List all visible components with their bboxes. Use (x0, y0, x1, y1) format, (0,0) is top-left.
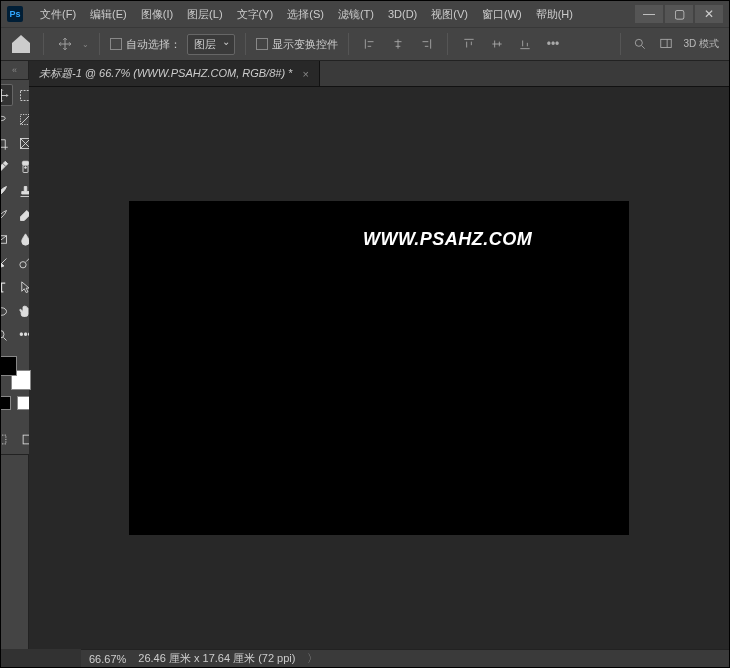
zoom-level[interactable]: 66.67% (89, 653, 126, 665)
move-tool-icon (54, 33, 76, 55)
canvas-viewport[interactable]: WWW.PSAHZ.COM (29, 87, 729, 649)
menu-file[interactable]: 文件(F) (33, 3, 83, 26)
status-more-icon[interactable]: 〉 (307, 651, 318, 666)
tab-close-icon[interactable]: × (302, 68, 308, 80)
maximize-button[interactable]: ▢ (665, 5, 693, 23)
menu-3d[interactable]: 3D(D) (381, 4, 424, 24)
auto-select-dropdown[interactable]: 图层 (187, 34, 235, 55)
move-tool[interactable] (0, 84, 13, 106)
tool-panel: « ••• (1, 61, 29, 649)
home-button[interactable] (9, 32, 33, 56)
quick-mask-icon[interactable] (0, 396, 11, 410)
more-align-icon[interactable]: ••• (542, 33, 564, 55)
type-tool[interactable] (0, 276, 13, 298)
search-icon[interactable] (629, 33, 651, 55)
align-hcenter-icon[interactable] (387, 33, 409, 55)
menu-edit[interactable]: 编辑(E) (83, 3, 134, 26)
align-bottom-icon[interactable] (514, 33, 536, 55)
svg-point-0 (636, 39, 643, 46)
auto-select-checkbox[interactable]: 自动选择： (110, 37, 181, 52)
zoom-tool[interactable] (0, 324, 13, 346)
show-transform-checkbox[interactable]: 显示变换控件 (256, 37, 338, 52)
app-logo: Ps (7, 6, 23, 22)
align-right-icon[interactable] (415, 33, 437, 55)
menu-type[interactable]: 文字(Y) (230, 3, 281, 26)
status-bar: 66.67% 26.46 厘米 x 17.64 厘米 (72 ppi) 〉 (81, 649, 729, 667)
collapse-icon[interactable]: « (12, 65, 17, 75)
svg-rect-1 (661, 39, 672, 47)
title-bar: Ps 文件(F) 编辑(E) 图像(I) 图层(L) 文字(Y) 选择(S) 滤… (1, 1, 729, 27)
svg-rect-5 (22, 161, 28, 165)
document-tabs: 未标题-1 @ 66.7% (WWW.PSAHZ.COM, RGB/8#) * … (29, 61, 729, 87)
align-left-icon[interactable] (359, 33, 381, 55)
svg-point-8 (20, 261, 26, 267)
menu-filter[interactable]: 滤镜(T) (331, 3, 381, 26)
menu-window[interactable]: 窗口(W) (475, 3, 529, 26)
tab-title: 未标题-1 @ 66.7% (WWW.PSAHZ.COM, RGB/8#) * (39, 66, 292, 81)
document-tab[interactable]: 未标题-1 @ 66.7% (WWW.PSAHZ.COM, RGB/8#) * … (29, 61, 320, 86)
svg-point-10 (0, 330, 4, 338)
svg-rect-11 (0, 435, 5, 444)
menu-layer[interactable]: 图层(L) (180, 3, 229, 26)
canvas-text-layer: WWW.PSAHZ.COM (363, 229, 532, 250)
shape-tool[interactable] (0, 300, 13, 322)
menu-image[interactable]: 图像(I) (134, 3, 180, 26)
brush-tool[interactable] (0, 180, 13, 202)
svg-point-9 (0, 307, 7, 315)
foreground-color[interactable] (0, 356, 17, 376)
document-dimensions: 26.46 厘米 x 17.64 厘米 (72 ppi) (138, 651, 295, 666)
minimize-button[interactable]: — (635, 5, 663, 23)
crop-tool[interactable] (0, 132, 13, 154)
close-button[interactable]: ✕ (695, 5, 723, 23)
extra-tool-1[interactable] (0, 428, 12, 450)
lasso-tool[interactable] (0, 108, 13, 130)
align-top-icon[interactable] (458, 33, 480, 55)
menu-select[interactable]: 选择(S) (280, 3, 331, 26)
color-swatches[interactable] (0, 356, 31, 390)
workspace-icon[interactable] (655, 33, 677, 55)
history-brush-tool[interactable] (0, 204, 13, 226)
options-bar: ⌄ 自动选择： 图层 显示变换控件 ••• 3D 模式 (1, 27, 729, 61)
eyedropper-tool[interactable] (0, 156, 13, 178)
gradient-tool[interactable] (0, 228, 13, 250)
mode-3d-button[interactable]: 3D 模式 (681, 37, 721, 51)
menu-help[interactable]: 帮助(H) (529, 3, 580, 26)
pen-tool[interactable] (0, 252, 13, 274)
canvas: WWW.PSAHZ.COM (129, 201, 629, 535)
align-vcenter-icon[interactable] (486, 33, 508, 55)
menu-view[interactable]: 视图(V) (424, 3, 475, 26)
